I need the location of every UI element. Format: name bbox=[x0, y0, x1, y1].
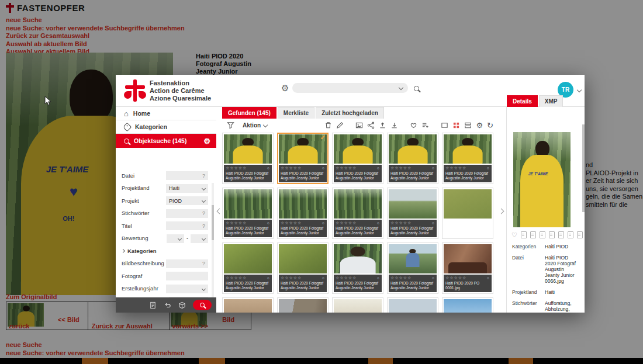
copy-file-icon[interactable] bbox=[521, 231, 527, 238]
grid-tile[interactable] bbox=[332, 297, 383, 313]
panel-scrollbar[interactable] bbox=[582, 113, 585, 230]
share-icon[interactable] bbox=[367, 122, 375, 129]
search-icon[interactable] bbox=[414, 86, 419, 91]
settings-gear-icon[interactable]: ⚙ bbox=[281, 84, 289, 92]
grid-tile[interactable]: ☆☆☆☆☆○Haiti PIOD 2020 Fotograf Augustin … bbox=[387, 242, 438, 294]
grid-tile[interactable] bbox=[387, 297, 438, 313]
grid-tile[interactable]: ☆☆☆☆☆○Haiti PIOD 2020 Fotograf Augustin … bbox=[222, 133, 274, 184]
select-circle-icon[interactable]: ○ bbox=[377, 276, 380, 280]
reset-undo-icon[interactable] bbox=[164, 301, 171, 309]
rating-stars[interactable]: ☆☆☆☆☆ bbox=[336, 166, 357, 171]
grid-tile[interactable]: ☆☆☆☆☆○Haiti PIOD 2020 Fotograf Augustin … bbox=[222, 188, 274, 239]
filter-icon[interactable] bbox=[227, 122, 234, 129]
select-circle-icon[interactable]: ○ bbox=[267, 221, 270, 226]
sidebar-scrollbar[interactable] bbox=[212, 183, 214, 313]
field-input[interactable]: ? bbox=[166, 259, 208, 268]
sidebar-item-objektsuche[interactable]: Objektsuche (145) ⚙ bbox=[116, 134, 216, 148]
grid-tile[interactable]: ☆☆☆☆☆○Haiti PIOD 2020 Fotograf Augustin … bbox=[387, 188, 438, 239]
global-search-field[interactable] bbox=[292, 83, 408, 93]
rating-stars[interactable]: ☆☆☆☆☆ bbox=[281, 221, 302, 226]
grid-tile[interactable]: ☆☆☆☆☆○Haiti PIOD 2020 Fotograf Augustin … bbox=[277, 188, 329, 239]
panel-tab-details[interactable]: Details bbox=[507, 95, 538, 107]
select-circle-icon[interactable]: ○ bbox=[377, 166, 380, 171]
grid-tile-selected[interactable]: ☆☆☆☆☆○Haiti PIOD 2020 Fotograf Augustin … bbox=[277, 133, 329, 184]
grid-tile[interactable] bbox=[222, 297, 274, 313]
delete-icon[interactable] bbox=[324, 122, 332, 129]
grid-tile[interactable]: ☆☆☆☆☆○Haiti PIOD 2020 Fotograf Augustin … bbox=[222, 242, 274, 294]
grid-tile[interactable]: ☆☆☆☆☆○Haiti PIOD 2020 PO 0001.jpg bbox=[442, 242, 493, 294]
grid-tile[interactable]: ☆☆☆☆☆○Haiti PIOD 2020 Fotograf Augustin … bbox=[387, 133, 438, 184]
user-menu-chevron-icon[interactable] bbox=[577, 88, 582, 92]
field-input[interactable]: ? bbox=[166, 171, 208, 180]
rating-stars[interactable]: ☆☆☆☆☆ bbox=[390, 221, 412, 226]
file-icon[interactable] bbox=[540, 231, 545, 238]
select-circle-icon[interactable]: ○ bbox=[322, 166, 325, 171]
list-view-icon[interactable] bbox=[464, 122, 472, 129]
grid-tile[interactable]: ☆☆☆☆☆○Haiti PIOD 2020 Fotograf Augustin … bbox=[332, 242, 383, 294]
sidebar-item-home[interactable]: ⌂ Home bbox=[116, 107, 216, 120]
tab-zuletzt-hochgeladen[interactable]: Zuletzt hochgeladen bbox=[316, 107, 384, 119]
rating-stars[interactable]: ☆☆☆☆☆ bbox=[226, 221, 247, 226]
select-circle-icon[interactable]: ○ bbox=[487, 166, 490, 171]
refresh-icon[interactable]: ↻ bbox=[487, 122, 493, 129]
edit-pencil-icon[interactable] bbox=[336, 122, 344, 129]
grid-tile[interactable]: ☆☆☆☆☆○Haiti PIOD 2020 Fotograf Augustin … bbox=[332, 133, 383, 184]
favorite-heart-icon[interactable] bbox=[410, 122, 417, 129]
rating-stars[interactable]: ☆☆☆☆☆ bbox=[445, 166, 466, 171]
file-lock-icon[interactable] bbox=[577, 231, 583, 238]
rating-stars[interactable]: ☆☆☆☆☆ bbox=[226, 276, 247, 280]
rating-stars[interactable]: ☆☆☆☆☆ bbox=[445, 276, 466, 280]
field-select[interactable]: Haiti bbox=[166, 184, 208, 193]
field-select[interactable] bbox=[166, 285, 208, 293]
tab-gefunden-145-[interactable]: Gefunden (145) bbox=[222, 107, 276, 119]
grid-view-icon[interactable] bbox=[452, 122, 460, 129]
select-circle-icon[interactable]: ○ bbox=[377, 221, 380, 226]
select-circle-icon[interactable]: ○ bbox=[267, 166, 270, 171]
grid-tile[interactable]: ☆☆☆☆☆○Haiti PIOD 2020 Fotograf Augustin … bbox=[442, 133, 493, 184]
add-to-list-icon[interactable] bbox=[421, 122, 429, 129]
single-view-icon[interactable] bbox=[441, 122, 448, 129]
bewertung-select-min[interactable] bbox=[167, 234, 184, 243]
search-input[interactable] bbox=[292, 85, 399, 91]
panel-tab-xmp[interactable]: XMP bbox=[539, 95, 564, 107]
chevron-down-icon[interactable] bbox=[399, 85, 403, 89]
select-circle-icon[interactable]: ○ bbox=[322, 276, 325, 280]
grid-tile[interactable] bbox=[277, 297, 329, 313]
package-icon[interactable] bbox=[178, 301, 186, 309]
export-report-icon[interactable] bbox=[149, 301, 157, 309]
search-settings-gear-icon[interactable]: ⚙ bbox=[203, 137, 210, 145]
submit-search-button[interactable] bbox=[193, 300, 212, 310]
page-next-icon[interactable] bbox=[499, 209, 504, 214]
grid-tile[interactable]: ☆☆☆☆☆○Haiti PIOD 2020 Fotograf Augustin … bbox=[277, 242, 329, 294]
file-share-icon[interactable] bbox=[549, 231, 555, 238]
rating-stars[interactable]: ☆☆☆☆☆ bbox=[226, 166, 247, 171]
field-input[interactable]: ? bbox=[166, 209, 208, 218]
rating-stars[interactable]: ☆☆☆☆☆ bbox=[281, 276, 302, 280]
grid-tile[interactable]: ☆☆☆☆☆○Haiti PIOD 2020 Fotograf Augustin … bbox=[332, 188, 383, 239]
archive-icon[interactable] bbox=[568, 231, 573, 238]
rating-stars[interactable]: ☆☆☆☆☆ bbox=[336, 221, 357, 226]
grid-tile[interactable] bbox=[442, 188, 493, 239]
download-icon[interactable] bbox=[390, 122, 398, 129]
field-select[interactable]: PIOD bbox=[166, 196, 208, 205]
favorite-icon[interactable]: ♡ bbox=[511, 232, 517, 238]
rating-stars[interactable]: ☆☆☆☆☆ bbox=[336, 276, 357, 280]
select-circle-icon[interactable]: ○ bbox=[487, 276, 490, 280]
kategorien-group-toggle[interactable]: Kategorien bbox=[122, 248, 157, 254]
sidebar-item-kategorien[interactable]: Kategorien bbox=[116, 120, 216, 134]
image-icon[interactable] bbox=[355, 122, 363, 129]
tab-merkliste[interactable]: Merkliste bbox=[278, 107, 314, 119]
bewertung-select-max[interactable] bbox=[191, 234, 208, 243]
rating-stars[interactable]: ☆☆☆☆☆ bbox=[390, 166, 412, 171]
field-input[interactable]: ? bbox=[166, 221, 208, 230]
rating-stars[interactable]: ☆☆☆☆☆ bbox=[390, 276, 412, 280]
select-circle-icon[interactable]: ○ bbox=[432, 276, 435, 280]
rating-stars[interactable]: ☆☆☆☆☆ bbox=[281, 166, 302, 171]
export-file-icon[interactable] bbox=[530, 231, 536, 238]
select-circle-icon[interactable]: ○ bbox=[432, 166, 435, 171]
grid-tile[interactable] bbox=[442, 297, 493, 313]
file-forward-icon[interactable] bbox=[558, 231, 564, 238]
select-circle-icon[interactable]: ○ bbox=[267, 276, 270, 280]
field-input[interactable] bbox=[166, 272, 208, 280]
select-circle-icon[interactable]: ○ bbox=[432, 221, 435, 226]
